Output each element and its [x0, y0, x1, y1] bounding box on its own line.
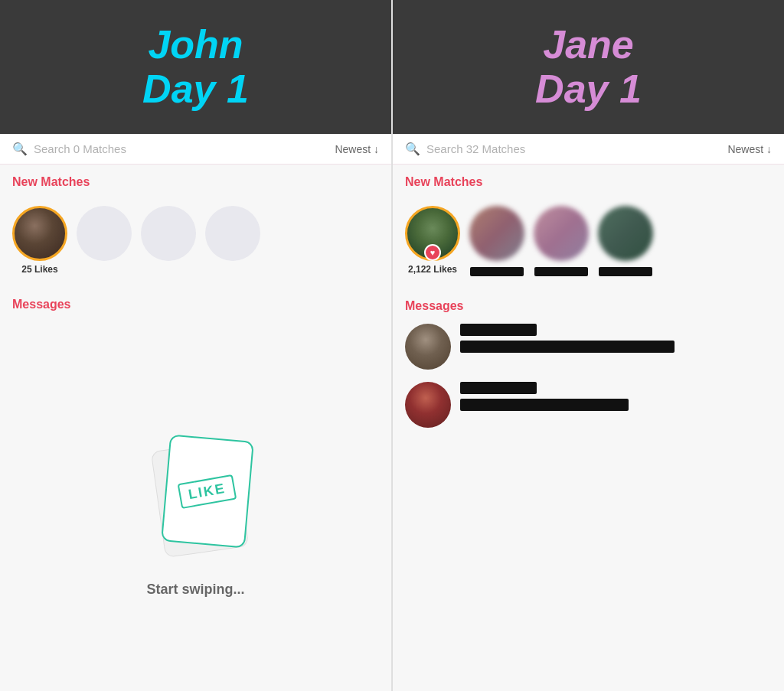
john-likes-match[interactable]: 25 Likes [12, 206, 67, 275]
john-name: John [142, 23, 249, 67]
john-placeholder-avatar-2 [141, 206, 196, 261]
jane-message-2[interactable] [405, 382, 772, 428]
jane-name: Jane [535, 23, 642, 67]
jane-search-placeholder[interactable]: Search 32 Matches [426, 142, 525, 155]
jane-msg-content-1 [460, 324, 772, 353]
john-placeholder-3 [205, 206, 260, 261]
jane-title: Jane Day 1 [535, 23, 642, 110]
jane-likes-avatar-wrapper: ♥ [405, 206, 460, 261]
john-day: Day 1 [142, 67, 249, 111]
john-likes-avatar-wrapper [12, 206, 67, 261]
john-sort[interactable]: Newest ↓ [335, 143, 379, 155]
jane-body: 🔍 Search 32 Matches Newest ↓ New Matches… [393, 134, 784, 691]
john-placeholder-avatar-3 [205, 206, 260, 261]
jane-likes-label: 2,122 Likes [408, 264, 457, 275]
jane-msg-content-2 [460, 382, 772, 411]
jane-blurred-avatar-2 [534, 206, 589, 261]
jane-search-left: 🔍 Search 32 Matches [405, 142, 525, 156]
jane-msg-name-1 [460, 324, 537, 336]
john-placeholder-2 [141, 206, 196, 261]
jane-new-matches-title: New Matches [405, 175, 772, 189]
jane-new-matches-section: New Matches [393, 165, 784, 206]
start-swiping-text: Start swiping... [146, 582, 244, 598]
john-search-left: 🔍 Search 0 Matches [12, 142, 126, 156]
jane-search-bar[interactable]: 🔍 Search 32 Matches Newest ↓ [393, 134, 784, 165]
jane-blurred-avatar-3 [598, 206, 653, 261]
like-stamp: LIKE [178, 474, 237, 508]
john-likes-label: 25 Likes [21, 264, 57, 275]
john-header: John Day 1 [0, 0, 391, 134]
john-likes-avatar [12, 206, 67, 261]
jane-header: Jane Day 1 [393, 0, 784, 134]
jane-blurred-avatar-1 [469, 206, 524, 261]
jane-match-1[interactable] [469, 206, 524, 276]
jane-sort[interactable]: Newest ↓ [727, 143, 772, 155]
jane-name-redacted-2 [534, 267, 588, 276]
john-placeholder-avatar-1 [77, 206, 132, 261]
like-cards: LIKE [135, 430, 257, 568]
jane-messages-section: Messages [393, 288, 784, 691]
jane-day: Day 1 [535, 67, 642, 111]
jane-name-redacted-3 [599, 267, 652, 276]
jane-msg-avatar-1 [405, 324, 451, 370]
john-messages-title: Messages [12, 298, 379, 311]
john-empty-state: LIKE Start swiping... [0, 328, 391, 691]
jane-messages-title: Messages [405, 299, 772, 313]
john-new-matches-title: New Matches [12, 175, 379, 189]
jane-message-1[interactable] [405, 324, 772, 370]
john-new-matches-section: New Matches [0, 165, 391, 206]
jane-matches-row: ♥ 2,122 Likes [393, 206, 784, 288]
jane-msg-text-2 [460, 399, 629, 411]
jane-msg-text-1 [460, 341, 675, 353]
jane-msg-avatar-2 [405, 382, 451, 428]
jane-panel: Jane Day 1 🔍 Search 32 Matches Newest ↓ … [393, 0, 784, 691]
jane-match-2[interactable] [534, 206, 589, 276]
card-front: LIKE [161, 434, 254, 548]
jane-likes-match[interactable]: ♥ 2,122 Likes [405, 206, 460, 275]
search-icon: 🔍 [12, 142, 28, 156]
john-panel: John Day 1 🔍 Search 0 Matches Newest ↓ N… [0, 0, 392, 691]
john-body: 🔍 Search 0 Matches Newest ↓ New Matches … [0, 134, 391, 691]
john-placeholder-1 [77, 206, 132, 261]
jane-name-redacted-1 [470, 267, 524, 276]
jane-match-3[interactable] [598, 206, 653, 276]
jane-search-icon: 🔍 [405, 142, 420, 156]
john-title: John Day 1 [142, 23, 249, 110]
heart-badge: ♥ [424, 244, 441, 261]
john-search-placeholder[interactable]: Search 0 Matches [34, 142, 126, 155]
jane-msg-name-2 [460, 382, 537, 394]
john-matches-row: 25 Likes [0, 206, 391, 287]
john-messages-section: Messages [0, 287, 391, 328]
john-search-bar[interactable]: 🔍 Search 0 Matches Newest ↓ [0, 134, 391, 165]
